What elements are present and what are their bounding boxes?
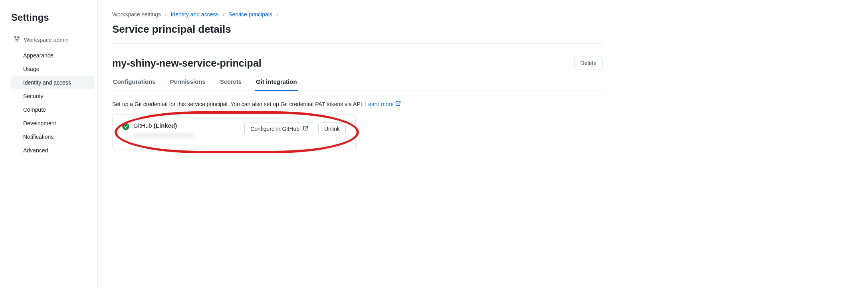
status-check-icon <box>122 123 129 130</box>
tab-configurations[interactable]: Configurations <box>112 75 157 91</box>
breadcrumb-item-workspace-settings[interactable]: Workspace settings <box>112 11 161 18</box>
configure-in-github-button[interactable]: Configure in GitHub <box>244 122 314 135</box>
sidebar-title: Settings <box>11 12 94 23</box>
breadcrumb-item-identity-and-access[interactable]: Identity and access <box>171 11 219 18</box>
tab-secrets[interactable]: Secrets <box>219 75 242 91</box>
breadcrumb-separator: › <box>276 11 278 18</box>
learn-more-link[interactable]: Learn more <box>365 101 401 107</box>
settings-sidebar: Settings Workspace admin Appearance Usag… <box>0 0 98 288</box>
git-provider-title: GitHub (Linked) <box>133 122 193 129</box>
redacted-credential-text <box>133 133 193 138</box>
page-title: Service principal details <box>112 23 231 36</box>
git-provider-card: GitHub (Linked) Configure in GitHub <box>112 114 356 150</box>
external-link-icon <box>303 125 308 132</box>
sidebar-section-header: Workspace admin <box>11 34 94 45</box>
tab-permissions[interactable]: Permissions <box>169 75 206 91</box>
breadcrumb-item-service-principals[interactable]: Service principals <box>228 11 272 18</box>
tab-git-integration[interactable]: Git integration <box>255 75 298 91</box>
breadcrumb: Workspace settings › Identity and access… <box>112 11 602 18</box>
sidebar-items-list: Appearance Usage Identity and access Sec… <box>11 49 94 157</box>
sidebar-section-label: Workspace admin <box>24 37 69 43</box>
svg-rect-1 <box>18 37 19 38</box>
sidebar-item-advanced[interactable]: Advanced <box>11 144 94 157</box>
sidebar-item-appearance[interactable]: Appearance <box>11 49 94 62</box>
unlink-button[interactable]: Unlink <box>318 122 346 135</box>
sidebar-item-security[interactable]: Security <box>11 90 94 103</box>
svg-rect-0 <box>14 37 16 38</box>
provider-name: GitHub <box>133 122 152 129</box>
sidebar-item-usage[interactable]: Usage <box>11 63 94 75</box>
tab-description: Set up a Git credential for this service… <box>112 101 602 107</box>
resource-name: my-shiny-new-service-principal <box>112 57 262 69</box>
main-content: Workspace settings › Identity and access… <box>98 0 617 288</box>
breadcrumb-separator: › <box>165 11 167 18</box>
sidebar-item-identity-and-access[interactable]: Identity and access <box>11 76 94 89</box>
external-link-icon <box>395 101 401 107</box>
tabs: Configurations Permissions Secrets Git i… <box>112 75 602 91</box>
sidebar-item-compute[interactable]: Compute <box>11 103 94 116</box>
breadcrumb-separator: › <box>222 11 224 18</box>
delete-button[interactable]: Delete <box>575 57 602 69</box>
sidebar-item-development[interactable]: Development <box>11 117 94 130</box>
provider-status: (Linked) <box>154 122 177 129</box>
workspace-admin-icon <box>14 36 20 43</box>
sidebar-item-notifications[interactable]: Notifications <box>11 130 94 143</box>
svg-rect-2 <box>16 40 18 41</box>
